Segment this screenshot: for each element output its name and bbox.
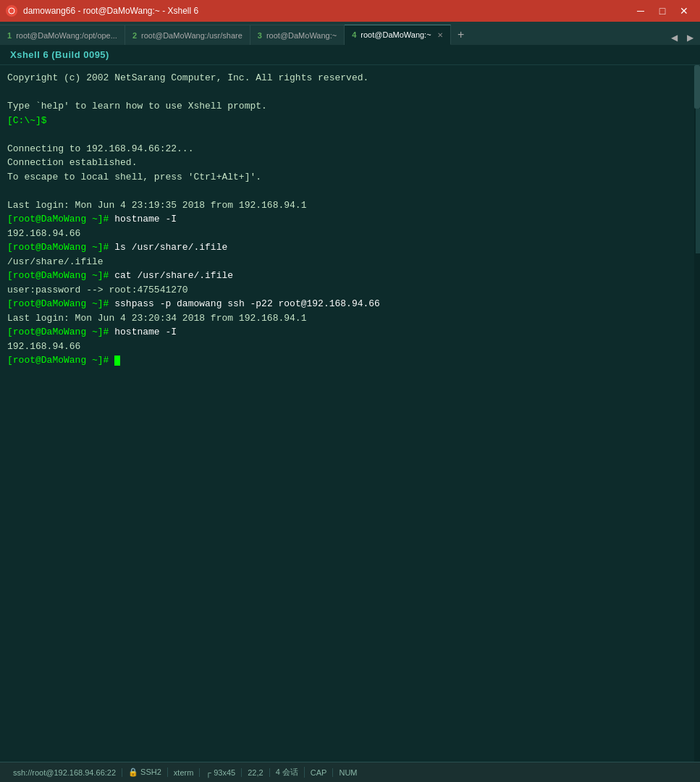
terminal-line-cmd1: [root@DaMoWang ~]# hostname -I	[7, 212, 693, 227]
cmd-4: sshpass -p damowang ssh -p22 root@192.16…	[114, 298, 380, 309]
terminal-line-connected: Connection established.	[7, 156, 693, 170]
prompt-current: [root@DaMoWang ~]#	[7, 355, 109, 366]
minimize-button[interactable]: ─	[631, 3, 651, 19]
status-dimensions: ┌ 93x45	[200, 768, 242, 777]
status-terminal: xterm	[168, 768, 201, 777]
tab-next-button[interactable]: ▶	[683, 30, 697, 45]
local-prompt: [C:\~]$	[7, 115, 47, 126]
terminal-line-help: Type `help' to learn how to use Xshell p…	[7, 99, 693, 114]
tab-1[interactable]: 1 root@DaMoWang:/opt/ope...	[0, 25, 125, 45]
terminal-line-blank-2	[7, 127, 693, 142]
app-icon	[6, 5, 17, 17]
terminal-line-lastlogin2: Last login: Mon Jun 4 23:20:34 2018 from…	[7, 311, 693, 326]
terminal-line-current-prompt: [root@DaMoWang ~]#	[7, 353, 693, 368]
cmd-3: cat /usr/share/.ifile	[114, 270, 233, 281]
terminal-line-local-prompt: [C:\~]$	[7, 114, 693, 128]
tab-4[interactable]: 4 root@DaMoWang:~ ✕	[345, 25, 450, 45]
cmd-1: hostname -I	[114, 214, 177, 224]
tabbar: 1 root@DaMoWang:/opt/ope... 2 root@DaMoW…	[0, 22, 700, 45]
statusbar: ssh://root@192.168.94.66:22 🔒 SSH2 xterm…	[0, 762, 700, 782]
terminal-line-blank-1	[7, 85, 693, 100]
tab-2-label: root@DaMoWang:/usr/share	[141, 31, 243, 40]
tab-3[interactable]: 3 root@DaMoWang:~	[250, 25, 345, 45]
scrollbar-thumb[interactable]	[694, 65, 700, 109]
terminal-line-cmd2: [root@DaMoWang ~]# ls /usr/share/.ifile	[7, 240, 693, 255]
status-ssh-path: ssh://root@192.168.94.66:22	[7, 768, 122, 777]
tab-4-num: 4	[352, 30, 356, 39]
tab-2[interactable]: 2 root@DaMoWang:/usr/share	[125, 25, 250, 45]
terminal-line-result3: user:password --> root:475541270	[7, 283, 693, 298]
cursor	[114, 356, 120, 366]
app-title: Xshell 6 (Build 0095)	[4, 48, 115, 62]
status-position: 22,2	[242, 768, 269, 777]
terminal-line-blank-3	[7, 184, 693, 198]
prompt-4: [root@DaMoWang ~]#	[7, 298, 109, 309]
tab-3-label: root@DaMoWang:~	[266, 31, 337, 40]
prompt-1: [root@DaMoWang ~]#	[7, 214, 109, 224]
tab-navigation: ◀ ▶	[667, 30, 700, 45]
tab-4-close[interactable]: ✕	[437, 31, 443, 39]
tab-1-num: 1	[7, 31, 12, 40]
session-indicator	[696, 109, 700, 253]
status-caps: CAP	[305, 768, 334, 777]
status-sessions: 4 会话	[270, 767, 305, 778]
terminal-line-cmd4: [root@DaMoWang ~]# sshpass -p damowang s…	[7, 297, 693, 311]
new-tab-button[interactable]: +	[451, 25, 471, 45]
menubar: Xshell 6 (Build 0095)	[0, 45, 700, 65]
window-title: damowang66 - root@DaMoWang:~ - Xshell 6	[23, 6, 631, 16]
terminal[interactable]: Copyright (c) 2002 NetSarang Computer, I…	[0, 65, 700, 762]
tab-3-num: 3	[258, 31, 262, 40]
dimensions-label: ┌	[206, 768, 214, 777]
tab-2-num: 2	[132, 31, 137, 40]
terminal-line-result2: /usr/share/.ifile	[7, 255, 693, 269]
cmd-5: hostname -I	[114, 327, 177, 337]
cmd-2: ls /usr/share/.ifile	[114, 242, 227, 253]
svg-point-0	[9, 8, 14, 14]
terminal-line-lastlogin1: Last login: Mon Jun 4 23:19:35 2018 from…	[7, 198, 693, 213]
terminal-line-result1: 192.168.94.66	[7, 227, 693, 241]
status-num: NUM	[333, 768, 363, 777]
terminal-line-result4: 192.168.94.66	[7, 340, 693, 354]
terminal-line-connecting: Connecting to 192.168.94.66:22...	[7, 142, 693, 156]
terminal-line-escape: To escape to local shell, press 'Ctrl+Al…	[7, 170, 693, 185]
tab-prev-button[interactable]: ◀	[667, 30, 681, 45]
window-controls: ─ □ ✕	[631, 3, 694, 19]
status-protocol: 🔒 SSH2	[122, 768, 168, 777]
titlebar: damowang66 - root@DaMoWang:~ - Xshell 6 …	[0, 0, 700, 22]
tab-4-label: root@DaMoWang:~	[360, 30, 431, 39]
close-button[interactable]: ✕	[674, 3, 694, 19]
prompt-5: [root@DaMoWang ~]#	[7, 327, 109, 337]
terminal-line-cmd3: [root@DaMoWang ~]# cat /usr/share/.ifile	[7, 269, 693, 283]
maximize-button[interactable]: □	[652, 3, 672, 19]
ssh-icon: 🔒	[128, 768, 138, 776]
prompt-3: [root@DaMoWang ~]#	[7, 270, 109, 281]
prompt-2: [root@DaMoWang ~]#	[7, 242, 109, 253]
terminal-line-cmd5: [root@DaMoWang ~]# hostname -I	[7, 325, 693, 340]
tab-1-label: root@DaMoWang:/opt/ope...	[16, 31, 117, 40]
terminal-line-copyright: Copyright (c) 2002 NetSarang Computer, I…	[7, 71, 693, 85]
